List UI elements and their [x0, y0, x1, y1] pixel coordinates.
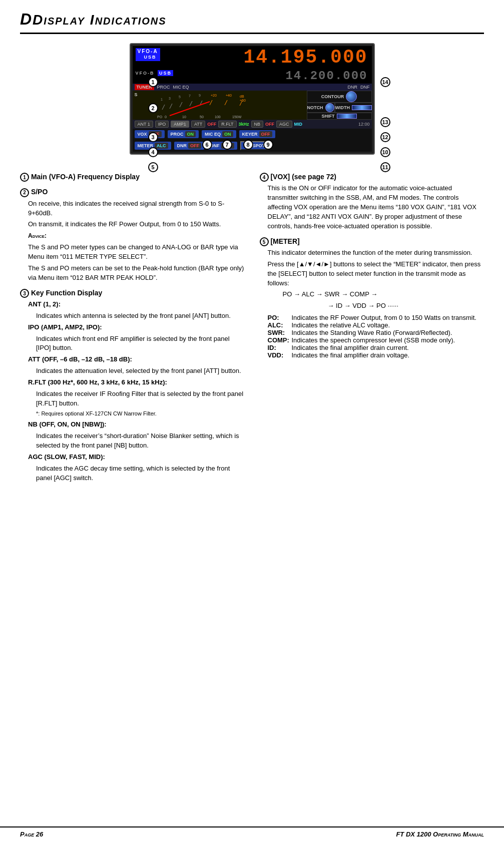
title-divider: [20, 33, 484, 34]
callout-13: 13: [380, 117, 390, 127]
keyer-button[interactable]: KEYER OFF: [239, 130, 275, 138]
s-meter-label: S: [135, 92, 138, 97]
section-2-heading: 2 S/PO: [20, 188, 245, 197]
radio-display: VFO-AUSB 14.195.000 VFO-B USB 14.200.000…: [130, 43, 375, 155]
s5-comp-text: Indicates the speech compressor level (S…: [292, 336, 476, 344]
contour-knob: [346, 91, 357, 102]
s3-att-text: Indicates the attenuation level, selecte…: [28, 366, 245, 376]
page-footer: Page 26 FT DX 1200 Operating Manual: [0, 826, 504, 841]
callout-6: 6: [202, 140, 212, 150]
section-4-body: This is the ON or OFF indicator for the …: [260, 184, 484, 231]
svg-text:7: 7: [189, 94, 191, 98]
shift-control: SHIFT: [307, 113, 372, 120]
callout-10: 10: [380, 147, 390, 157]
s3-rflt-note: *: Requires optional XF-127CN CW Narrow …: [28, 410, 245, 418]
s5-definitions: PO: Indicates the RF Power Output, from …: [268, 314, 476, 359]
s5-chain2: → ID → VDD → PO ······: [328, 301, 484, 311]
col-left: 1 Main (VFO-A) Frequency Display 2 S/PO …: [20, 167, 245, 485]
meter-row: S 1 3 5 7 9 +20 +40 dB +60: [133, 91, 372, 120]
s3-nb-head: NB (OFF, ON, ON [NBW]):: [28, 420, 245, 430]
s3-agc-text: Indicates the AGC decay time setting, wh…: [28, 464, 245, 483]
s5-id-text: Indicates the final amplifier drain curr…: [292, 344, 476, 351]
footer-manual-title: FT DX 1200 Operating Manual: [396, 830, 484, 838]
ant-row: ANT 1 IPO AMP1 ATT OFF R.FLT 3kHz NB OFF…: [133, 120, 372, 129]
s2-advice1: The S and PO meter types can be changed …: [28, 243, 245, 262]
s3-att-head: ATT (OFF, –6 dB, –12 dB, –18 dB):: [28, 355, 245, 364]
svg-text:50: 50: [200, 115, 204, 119]
usb-badge-a: USB: [143, 55, 158, 61]
callout-2: 2: [148, 103, 158, 113]
vfo-b-label: VFO-B USB: [136, 70, 174, 76]
callout-12: 12: [380, 132, 390, 142]
amp1-btn: AMP1: [171, 121, 189, 128]
s3-ant-text: Indicates which antenna is selected by t…: [28, 311, 245, 321]
shift-slider: [337, 114, 357, 119]
s3-ant-head: ANT (1, 2):: [28, 300, 245, 309]
nb-btn: NB: [251, 121, 264, 128]
s5-alc-label: ALC:: [268, 321, 292, 329]
svg-text:9: 9: [199, 94, 201, 97]
agc-val-disp: MID: [294, 122, 303, 127]
proc-button[interactable]: PROC ON: [168, 130, 199, 138]
s5-p2: Press the [▲/▼/◄/►] buttons to select th…: [268, 260, 484, 288]
s3-agc-head: AGC (SLOW, FAST, MID):: [28, 453, 245, 462]
svg-text:5: 5: [179, 95, 181, 99]
dnr-button[interactable]: DNR OFF: [174, 142, 205, 150]
callout-inline-2: 2: [20, 188, 29, 197]
width-control: WIDTH: [335, 103, 373, 113]
svg-text:150W: 150W: [232, 115, 242, 119]
miceq-fn-name: MIC EQ: [205, 132, 221, 137]
s5-id-label: ID:: [268, 344, 292, 351]
section-5-body: This indicator determines the function o…: [260, 248, 484, 359]
callout-5: 5: [148, 162, 158, 172]
s4-p1: This is the ON or OFF indicator for the …: [268, 184, 484, 231]
dnr-fn-name: DNR: [177, 143, 187, 148]
col-right: 4 [VOX] (see page 72) This is the ON or …: [260, 167, 484, 485]
callout-inline-1: 1: [20, 173, 29, 182]
section-5-heading: 5 [METER]: [260, 237, 484, 247]
notch-control: NOTCH: [307, 103, 335, 113]
callout-11: 11: [380, 162, 390, 172]
s3-rflt-head: R.FLT (300 Hz*, 600 Hz, 3 kHz, 6 kHz, 15…: [28, 378, 245, 387]
diagram-wrapper: VFO-AUSB 14.195.000 VFO-B USB 14.200.000…: [107, 43, 397, 155]
att-val-disp: OFF: [207, 122, 216, 127]
diagram-container: VFO-AUSB 14.195.000 VFO-B USB 14.200.000…: [20, 43, 484, 155]
contour-control: CONTOUR: [307, 91, 372, 103]
proc-label-disp: PROC: [157, 85, 170, 90]
s-meter: S 1 3 5 7 9 +20 +40 dB +60: [133, 91, 307, 120]
keyer-fn-name: KEYER: [242, 132, 258, 137]
callout-9: 9: [263, 140, 273, 150]
vfo-a-label: VFO-AUSB: [136, 48, 160, 61]
freq-row-b: VFO-B USB 14.200.000: [133, 69, 372, 84]
section-3-body: ANT (1, 2): Indicates which antenna is s…: [20, 300, 245, 483]
s5-p1: This indicator determines the function o…: [268, 248, 484, 258]
width-slider: [352, 105, 372, 110]
rflt-btn: R.FLT: [218, 121, 236, 128]
vox-fn-name: VOX: [138, 132, 147, 137]
s2-p2: On transmit, it indicates the RF Power O…: [28, 220, 245, 229]
svg-text:+40: +40: [226, 94, 232, 97]
dnr-fn-val: OFF: [188, 143, 201, 149]
rflt-val-disp: 3kHz: [239, 122, 249, 127]
notch-knob: [325, 103, 334, 112]
section-2-body: On receive, this indicates the received …: [20, 199, 245, 283]
callout-7: 7: [222, 140, 232, 150]
proc-fn-name: PROC: [171, 132, 184, 137]
freq-a-display: 14.195.000: [243, 47, 367, 68]
ant-btn: ANT 1: [135, 121, 153, 128]
s2-advice-label: Advice:: [28, 231, 245, 241]
proc-fn-val: ON: [185, 131, 196, 137]
usb-badge-b: USB: [158, 70, 173, 76]
callout-inline-4: 4: [260, 173, 269, 182]
nb-val-disp: OFF: [265, 122, 274, 127]
s5-swr-label: SWR:: [268, 329, 292, 336]
keyer-fn-val: OFF: [259, 131, 272, 137]
callout-8: 8: [243, 140, 253, 150]
s5-chain: PO → ALC → SWR → COMP →: [283, 290, 484, 299]
callout-3: 3: [148, 132, 158, 142]
svg-text:+60: +60: [240, 99, 246, 102]
miceq-button[interactable]: MIC EQ ON: [202, 130, 236, 138]
ipo-btn: IPO: [155, 121, 169, 128]
miceq-label-disp: MIC EQ: [173, 85, 189, 90]
s5-po-text: Indicates the RF Power Output, from 0 to…: [292, 314, 476, 321]
